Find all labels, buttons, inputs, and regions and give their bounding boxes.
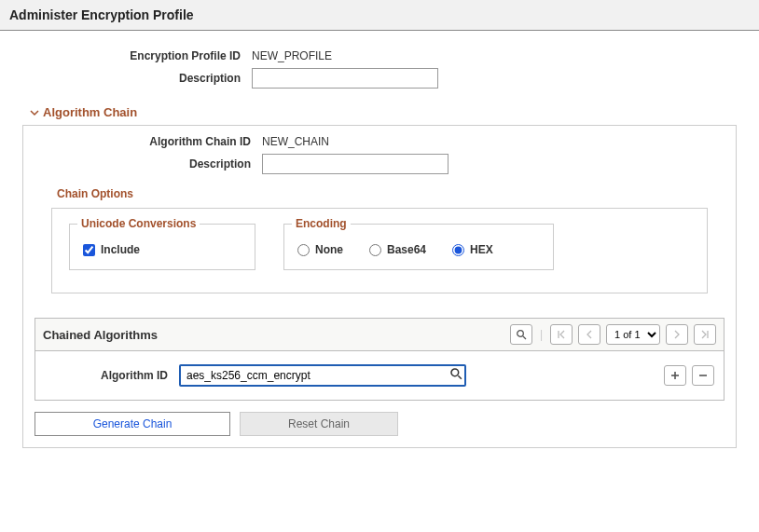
profile-description-input[interactable] xyxy=(252,68,438,89)
algorithm-id-lookup-button[interactable] xyxy=(449,367,462,380)
page-title: Administer Encryption Profile xyxy=(0,0,759,31)
chain-description-label: Description xyxy=(34,157,262,171)
minus-icon xyxy=(697,370,709,381)
include-label: Include xyxy=(101,243,140,256)
reset-chain-button[interactable]: Reset Chain xyxy=(240,412,398,436)
pager-next-button[interactable] xyxy=(666,324,688,345)
profile-id-value: NEW_PROFILE xyxy=(252,49,332,62)
svg-line-1 xyxy=(523,336,526,339)
encoding-hex-row[interactable]: HEX xyxy=(452,243,493,256)
chain-description-input[interactable] xyxy=(262,154,448,174)
svg-point-0 xyxy=(518,331,524,337)
profile-id-label: Encryption Profile ID xyxy=(9,49,252,62)
pager-last-button[interactable] xyxy=(694,324,716,345)
encoding-none-row[interactable]: None xyxy=(297,243,343,256)
unicode-fieldset: Unicode Conversions Include xyxy=(69,224,255,270)
chevron-right-icon xyxy=(672,330,682,339)
chained-algorithms-title: Chained Algorithms xyxy=(43,328,158,342)
first-page-icon xyxy=(557,330,566,339)
chain-options-heading: Chain Options xyxy=(57,187,724,200)
encoding-legend: Encoding xyxy=(292,217,351,230)
svg-point-4 xyxy=(451,369,459,376)
encoding-base64-label: Base64 xyxy=(387,243,426,256)
encoding-fieldset: Encoding None Base64 HEX xyxy=(283,224,554,270)
last-page-icon xyxy=(700,330,710,339)
algorithm-chain-panel: Algorithm Chain ID NEW_CHAIN Description… xyxy=(22,125,737,448)
chevron-left-icon xyxy=(585,330,594,339)
algorithm-chain-toggle[interactable]: Algorithm Chain xyxy=(30,105,750,119)
plus-icon xyxy=(669,370,681,381)
encoding-base64-radio[interactable] xyxy=(369,244,381,256)
chain-id-value: NEW_CHAIN xyxy=(262,135,329,148)
encoding-none-label: None xyxy=(315,243,343,256)
grid-separator: | xyxy=(538,328,545,341)
include-checkbox-row[interactable]: Include xyxy=(83,243,140,256)
add-row-button[interactable] xyxy=(664,365,686,386)
grid-search-button[interactable] xyxy=(510,324,532,345)
profile-description-label: Description xyxy=(9,72,252,85)
encoding-base64-row[interactable]: Base64 xyxy=(369,243,426,256)
chain-id-label: Algorithm Chain ID xyxy=(34,135,262,148)
encoding-hex-radio[interactable] xyxy=(452,244,464,256)
chained-algorithms-header: Chained Algorithms | xyxy=(34,318,724,351)
chevron-down-icon xyxy=(30,108,43,117)
chained-algorithms-row: Algorithm ID xyxy=(34,351,724,401)
include-checkbox[interactable] xyxy=(83,244,95,256)
delete-row-button[interactable] xyxy=(692,365,714,386)
pager-first-button[interactable] xyxy=(550,324,573,345)
search-icon xyxy=(516,329,527,340)
algorithm-id-label: Algorithm ID xyxy=(45,369,179,382)
encoding-hex-label: HEX xyxy=(470,243,493,256)
algorithm-id-input[interactable] xyxy=(179,364,466,387)
svg-line-5 xyxy=(458,375,462,379)
pager-prev-button[interactable] xyxy=(578,324,600,345)
chain-options-box: Unicode Conversions Include Encoding Non… xyxy=(51,208,708,293)
generate-chain-button[interactable]: Generate Chain xyxy=(34,412,230,436)
search-icon xyxy=(449,367,462,380)
encoding-none-radio[interactable] xyxy=(297,244,310,256)
algorithm-chain-heading: Algorithm Chain xyxy=(43,105,137,119)
pager-select[interactable]: 1 of 1 xyxy=(606,324,660,345)
unicode-legend: Unicode Conversions xyxy=(77,217,200,230)
